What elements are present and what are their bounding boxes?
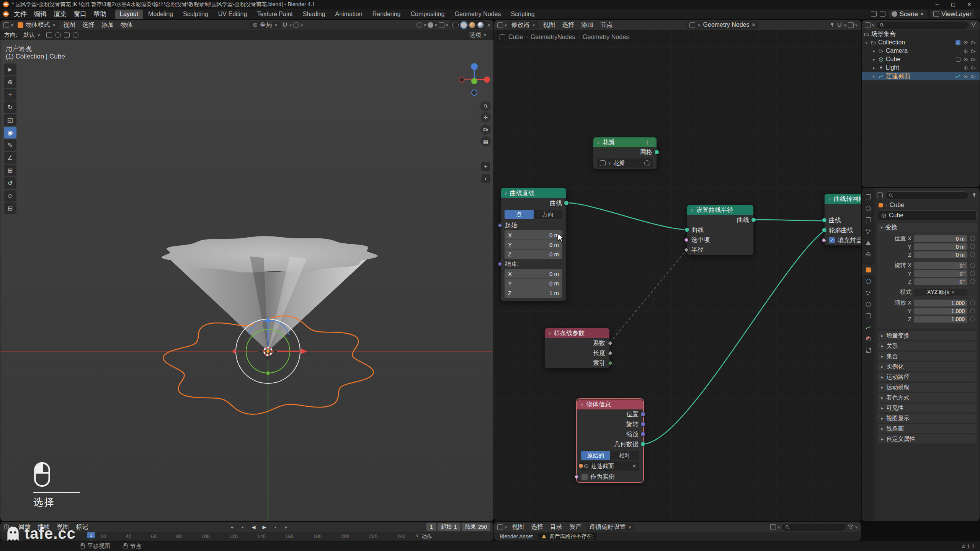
toolbar-tool-button[interactable]: ∠ — [4, 152, 16, 164]
object-field[interactable]: 莲蓬截面 ✕ — [581, 461, 639, 471]
asset-menu-item[interactable]: 目录 — [547, 523, 566, 531]
pin-icon[interactable] — [829, 22, 835, 28]
navigation-gizmo[interactable] — [457, 61, 492, 98]
camera-render-icon[interactable] — [971, 57, 976, 62]
workspace-tab[interactable]: Compositing — [406, 10, 449, 19]
rotation-field[interactable]: 0° — [914, 278, 967, 285]
tool-orientation-dropdown[interactable]: 默认 ∨ — [20, 31, 43, 39]
scene-selector[interactable]: Scene ✕ — [889, 10, 927, 18]
eye-icon[interactable] — [963, 65, 968, 70]
rotation-field[interactable]: 0° — [914, 262, 967, 269]
properties-panel-row[interactable]: ▸关系 — [878, 341, 977, 350]
display-size-icon[interactable] — [770, 524, 776, 530]
animate-dot[interactable] — [970, 308, 975, 313]
asset-menu-item[interactable]: 视图 — [508, 523, 528, 531]
toolbar-tool-button[interactable]: ⊟ — [4, 202, 16, 214]
shading-mode-switch[interactable] — [450, 21, 486, 29]
playhead[interactable]: 1 — [87, 532, 95, 541]
add-sidebar-button[interactable]: + — [481, 162, 490, 171]
selectability-icon[interactable] — [416, 22, 422, 28]
snap-magnet-icon[interactable] — [836, 22, 843, 28]
editor-type-icon[interactable] — [865, 22, 871, 28]
socket-selection-input[interactable] — [684, 237, 689, 243]
tab-modifiers[interactable] — [862, 276, 875, 287]
shading-wireframe-icon[interactable] — [452, 22, 459, 28]
camera-view-icon[interactable] — [480, 124, 491, 135]
toolbar-tool-button[interactable]: + — [4, 89, 16, 101]
clear-object-icon[interactable]: ✕ — [632, 463, 636, 469]
socket-as-instance-input[interactable] — [574, 474, 579, 479]
socket-index-output[interactable] — [608, 360, 613, 366]
snap-magnet-icon[interactable] — [282, 22, 288, 28]
workspace-tab[interactable]: Scripting — [506, 10, 539, 19]
camera-render-icon[interactable] — [971, 65, 976, 70]
socket-curve-input[interactable] — [684, 227, 689, 232]
node-group-edit-icon[interactable] — [647, 140, 653, 145]
tool-option-icon-3[interactable] — [64, 32, 70, 38]
node-curve-line[interactable]: ∨曲线直线 曲线 点 方向 起始: X0 m Y0 m Z0 m 结束: X0 … — [500, 188, 567, 301]
node-petal[interactable]: ∨花瓣 网格 ∨ 花瓣 — [593, 137, 657, 169]
mode-dropdown[interactable]: 物体模式 ∨ — [15, 21, 59, 29]
node-group-selector[interactable]: ∨ Geometry Nodes ✕ — [686, 21, 758, 29]
socket-curve-input[interactable] — [822, 218, 827, 223]
workspace-tab[interactable]: Geometry Nodes — [450, 10, 505, 19]
socket-start-input[interactable] — [497, 223, 503, 228]
rotation-field[interactable]: 0° — [914, 270, 967, 277]
as-instance-checkbox[interactable] — [581, 474, 588, 480]
scale-field[interactable]: 1.000 — [914, 308, 967, 315]
animate-dot[interactable] — [970, 263, 975, 268]
tab-physics[interactable] — [862, 299, 875, 310]
animate-dot[interactable] — [970, 244, 975, 249]
next-keyframe-button[interactable]: › — [270, 523, 280, 531]
tab-object[interactable] — [862, 265, 875, 275]
close-button[interactable]: ✕ — [962, 0, 977, 8]
pin-icon[interactable] — [971, 192, 977, 198]
properties-search-input[interactable] — [885, 191, 969, 199]
jump-to-start-button[interactable]: « — [227, 523, 237, 531]
socket-geometry-output[interactable] — [640, 442, 645, 447]
tab-object-data[interactable] — [862, 322, 875, 333]
menu-item[interactable]: 帮助 — [90, 10, 110, 18]
tab-constraints[interactable] — [862, 311, 875, 321]
scale-field[interactable]: 1.000 — [914, 316, 967, 323]
eye-icon[interactable] — [963, 40, 968, 45]
properties-panel-row[interactable]: ▸运动路径 — [878, 372, 977, 381]
frame-start-field[interactable]: 起始1 — [438, 523, 461, 531]
node-curve-to-mesh[interactable]: ∨曲线转网格 曲线 轮廓曲线 ✓填充封盖 — [824, 194, 861, 246]
end-z-field[interactable]: Z1 m — [505, 288, 562, 298]
eye-icon[interactable] — [963, 74, 968, 79]
properties-panel-row[interactable]: ▸增量变换 — [878, 331, 977, 340]
animate-dot[interactable] — [970, 279, 975, 284]
browse-icon[interactable] — [600, 160, 606, 166]
node-canvas[interactable]: Cube › GeometryNodes › Geometry Nodes ∨花… — [494, 30, 861, 521]
screen-layout-icon-2[interactable] — [880, 11, 885, 17]
minimize-button[interactable]: ─ — [929, 0, 945, 8]
frame-end-field[interactable]: 结束250 — [462, 523, 490, 531]
socket-length-output[interactable] — [608, 350, 613, 356]
animate-dot[interactable] — [970, 300, 975, 305]
play-reverse-button[interactable]: ◀ — [249, 523, 259, 531]
outliner-item-camera[interactable]: ▸ Camera — [862, 47, 980, 55]
shading-solid-icon[interactable] — [461, 22, 467, 28]
socket-factor-output[interactable] — [608, 341, 613, 346]
orientation-dropdown[interactable]: 全局 ∨ — [250, 21, 281, 29]
fill-caps-checkbox[interactable]: ✓ — [829, 237, 835, 243]
scale-field[interactable]: 1.000 — [914, 300, 967, 306]
tool-option-icon-2[interactable] — [55, 32, 61, 38]
toolbar-tool-button[interactable]: ⊞ — [4, 165, 16, 176]
toolbar-tool-button[interactable]: ► — [4, 64, 16, 75]
start-x-field[interactable]: X0 m — [505, 230, 562, 240]
action-channel-label[interactable]: ∨动作 — [416, 533, 432, 540]
toolbar-tool-button[interactable]: ↺ — [4, 177, 16, 189]
menu-item[interactable]: 文件 — [10, 10, 30, 18]
zoom-icon[interactable] — [480, 101, 491, 111]
socket-mesh-output[interactable] — [654, 150, 659, 155]
viewport-menu-item[interactable]: 物体 — [117, 21, 136, 29]
asset-menu-item[interactable]: 选择 — [528, 523, 547, 531]
ortho-toggle-icon[interactable]: ▦ — [480, 136, 491, 147]
eye-icon[interactable] — [963, 57, 968, 62]
camera-render-icon[interactable] — [971, 74, 976, 79]
end-y-field[interactable]: Y0 m — [505, 279, 562, 288]
properties-context-icon[interactable] — [877, 192, 883, 198]
curve-line-mode-tabs[interactable]: 点 方向 — [505, 210, 562, 219]
